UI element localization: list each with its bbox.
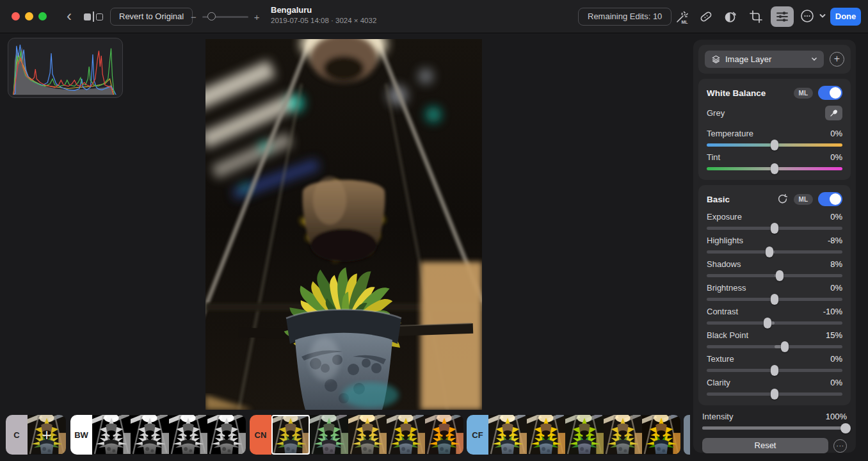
preset-group-cn: CN — [250, 415, 463, 455]
clarity-slider[interactable] — [707, 392, 842, 396]
slider-thumb[interactable] — [771, 140, 778, 150]
temperature-slider[interactable] — [707, 143, 842, 147]
ml-enhance-icon[interactable]: ML — [673, 8, 691, 26]
toggle-knob — [830, 193, 841, 205]
highlights-slider[interactable] — [707, 250, 842, 254]
basic-title: Basic — [707, 195, 777, 204]
contrast-slider[interactable] — [707, 321, 842, 325]
white-balance-section: White Balance ML Grey Temperature 0% — [698, 79, 851, 180]
tint-slider-row: Tint 0% — [707, 152, 842, 170]
compare-divider — [93, 12, 94, 22]
preset-thumb-bw-2[interactable] — [131, 415, 169, 455]
shadows-value: 8% — [830, 259, 842, 269]
temperature-label: Temperature — [707, 129, 753, 138]
histogram-panel — [8, 38, 123, 98]
preset-thumb-cf-2[interactable] — [527, 415, 565, 455]
color-adjust-icon[interactable] — [721, 8, 739, 26]
exposure-value: 0% — [830, 212, 842, 222]
slider-thumb[interactable] — [764, 318, 771, 328]
crop-icon[interactable] — [747, 8, 765, 26]
zoom-window-button[interactable] — [38, 12, 47, 20]
basic-reset-button[interactable] — [777, 194, 788, 205]
white-balance-title: White Balance — [707, 88, 794, 98]
exposure-slider-row: Exposure0% — [707, 212, 842, 230]
preset-thumb-cn-1-selected[interactable] — [271, 415, 310, 455]
photo-image — [205, 39, 482, 410]
repair-tool-icon[interactable] — [697, 8, 715, 26]
remaining-edits-badge[interactable]: Remaining Edits: 10 — [578, 8, 671, 26]
rgb-histogram — [11, 42, 120, 95]
preset-group-label-bw[interactable]: BW — [70, 415, 92, 455]
black-point-label: Black Point — [707, 330, 748, 340]
preset-thumb-cf-4[interactable] — [604, 415, 642, 455]
slider-thumb[interactable] — [771, 365, 778, 376]
temperature-slider-row: Temperature 0% — [707, 129, 842, 147]
preset-thumb-cf-5[interactable] — [642, 415, 680, 455]
preset-thumb-bw-3[interactable] — [169, 415, 207, 455]
preset-thumb-cf-1[interactable] — [488, 415, 527, 455]
close-window-button[interactable] — [12, 12, 20, 20]
exposure-slider[interactable] — [707, 227, 842, 230]
preset-thumb-cn-4[interactable] — [387, 415, 425, 455]
slider-thumb[interactable] — [771, 389, 778, 400]
brightness-slider-row: Brightness0% — [707, 283, 842, 301]
preset-thumb-bw-1[interactable] — [92, 415, 131, 455]
tint-slider[interactable] — [707, 167, 842, 170]
document-metadata: 2019-07-05 14:08 · 3024 × 4032 — [271, 17, 445, 24]
texture-slider[interactable] — [707, 369, 842, 372]
add-preset-icon: + — [28, 415, 66, 455]
layers-icon — [711, 54, 721, 64]
preset-group-label-c[interactable]: C — [6, 415, 28, 455]
preset-thumb-cn-2[interactable] — [310, 415, 348, 455]
preset-thumb-cn-3[interactable] — [348, 415, 387, 455]
black-point-slider[interactable] — [707, 345, 842, 348]
tint-value: 0% — [830, 152, 842, 162]
shadows-label: Shadows — [707, 259, 741, 269]
zoom-slider-knob[interactable] — [207, 12, 216, 20]
preset-group-label-cf[interactable]: CF — [467, 415, 488, 455]
shadows-slider[interactable] — [707, 274, 842, 277]
basic-toggle[interactable] — [818, 192, 842, 206]
layer-select-dropdown[interactable]: Image Layer — [705, 51, 824, 68]
slider-thumb[interactable] — [771, 294, 778, 305]
eyedropper-icon — [829, 108, 839, 118]
preset-group-custom: C + — [6, 415, 66, 455]
texture-value: 0% — [830, 354, 842, 364]
preset-group-label-cn[interactable]: CN — [250, 415, 271, 455]
titlebar: ‹ Revert to Original − + Bengaluru 2019-… — [0, 0, 868, 33]
done-button[interactable]: Done — [830, 8, 861, 26]
slider-thumb[interactable] — [766, 247, 773, 257]
preset-thumb-cf-3[interactable] — [565, 415, 604, 455]
preset-thumb-bw-4[interactable] — [207, 415, 246, 455]
undo-icon — [777, 194, 788, 205]
basic-ml-badge[interactable]: ML — [794, 194, 813, 205]
slider-thumb[interactable] — [771, 163, 778, 174]
revert-to-original-button[interactable]: Revert to Original — [110, 8, 193, 26]
preset-group-bw: BW — [70, 415, 246, 455]
grey-label: Grey — [707, 108, 825, 118]
clarity-slider-row: Clarity0% — [707, 378, 842, 396]
white-balance-ml-badge[interactable]: ML — [794, 88, 813, 99]
slider-thumb[interactable] — [771, 223, 778, 234]
clarity-label: Clarity — [707, 378, 730, 387]
slider-thumb[interactable] — [781, 341, 789, 352]
compare-filled-square — [84, 13, 91, 20]
photo-canvas — [205, 39, 482, 410]
adjustments-tool-button-active[interactable] — [771, 6, 794, 27]
minimize-window-button[interactable] — [25, 12, 33, 20]
texture-label: Texture — [707, 354, 734, 364]
slider-thumb[interactable] — [776, 270, 784, 281]
grey-eyedropper-button[interactable] — [825, 106, 842, 120]
more-tools-button[interactable] — [800, 8, 826, 24]
back-button[interactable]: ‹ — [61, 8, 77, 26]
compare-view-icon[interactable] — [84, 12, 103, 22]
layer-bar: Image Layer + — [698, 45, 851, 74]
white-balance-toggle[interactable] — [818, 86, 842, 100]
document-title-block: Bengaluru 2019-07-05 14:08 · 3024 × 4032 — [227, 5, 445, 24]
brightness-slider[interactable] — [707, 298, 842, 301]
contrast-value: -10% — [823, 307, 842, 316]
add-layer-button[interactable]: + — [830, 52, 844, 67]
zoom-out-button[interactable]: − — [191, 12, 197, 22]
preset-thumb-custom-add[interactable]: + — [28, 415, 66, 455]
preset-thumb-cn-5[interactable] — [425, 415, 463, 455]
